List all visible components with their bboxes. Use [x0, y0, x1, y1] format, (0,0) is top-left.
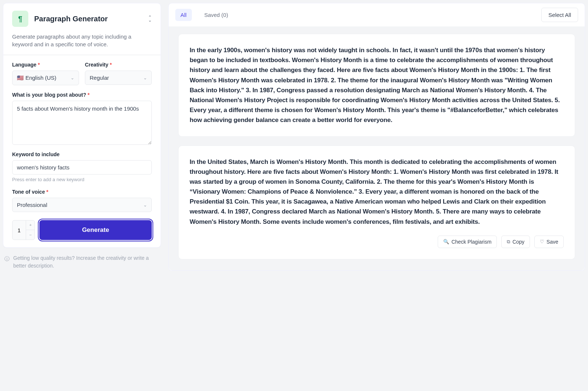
creativity-select[interactable]: Regular ⌄ [85, 71, 152, 85]
chevron-down-icon: ⌄ [143, 75, 147, 80]
quantity-input[interactable] [12, 220, 26, 240]
language-value: 🇺🇸 English (US) [17, 75, 56, 81]
page-title: Paragraph Generator [34, 15, 142, 23]
copy-icon: ⧉ [507, 239, 510, 245]
quantity-stepper[interactable]: + − [12, 220, 35, 240]
result-text: In the United States, March is Women's H… [190, 157, 564, 227]
result-text: In the early 1900s, women's history was … [190, 45, 564, 125]
save-button[interactable]: ♡ Save [534, 236, 564, 248]
topic-field[interactable]: 5 facts about Women's history month in t… [12, 101, 152, 145]
tone-select[interactable]: Professional ⌄ [12, 198, 152, 212]
topic-label: What is your blog post about? * [12, 92, 152, 98]
copy-button[interactable]: ⧉ Copy [501, 236, 530, 248]
quantity-decrement[interactable]: − [26, 230, 35, 240]
search-icon: 🔍 [443, 239, 449, 244]
info-icon: ⓘ [4, 255, 10, 270]
keyword-hint: Press enter to add a new keyword [12, 177, 152, 182]
divider [3, 55, 161, 55]
generate-button[interactable]: Generate [39, 220, 152, 240]
tab-saved[interactable]: Saved (0) [199, 9, 233, 21]
chevron-down-icon: ⌄ [71, 75, 74, 80]
creativity-value: Regular [90, 75, 109, 81]
tool-description: Generate paragraphs about any topic incl… [12, 33, 152, 48]
quantity-increment[interactable]: + [26, 220, 35, 230]
tone-value: Professional [17, 202, 47, 208]
creativity-label: Creativity * [85, 62, 152, 68]
tool-icon: ¶ [12, 11, 28, 27]
tip-text: Getting low quality results? Increase th… [13, 254, 159, 270]
tone-label: Tone of voice * [12, 189, 152, 195]
check-plagiarism-button[interactable]: 🔍 Check Plagiarism [438, 236, 497, 248]
tab-all[interactable]: All [175, 9, 192, 21]
result-card: In the United States, March is Women's H… [178, 146, 575, 259]
result-card: In the early 1900s, women's history was … [178, 34, 575, 137]
chevron-down-icon: ⌄ [148, 19, 152, 22]
heart-icon: ♡ [540, 239, 544, 244]
language-label: Language * [12, 62, 79, 68]
keyword-field[interactable] [12, 160, 152, 175]
chevron-down-icon: ⌄ [143, 202, 147, 208]
tool-switcher[interactable]: ⌃ ⌄ [148, 16, 152, 22]
keyword-label: Keyword to include [12, 151, 152, 157]
language-select[interactable]: 🇺🇸 English (US) ⌄ [12, 71, 79, 85]
select-all-button[interactable]: Select All [541, 8, 578, 22]
